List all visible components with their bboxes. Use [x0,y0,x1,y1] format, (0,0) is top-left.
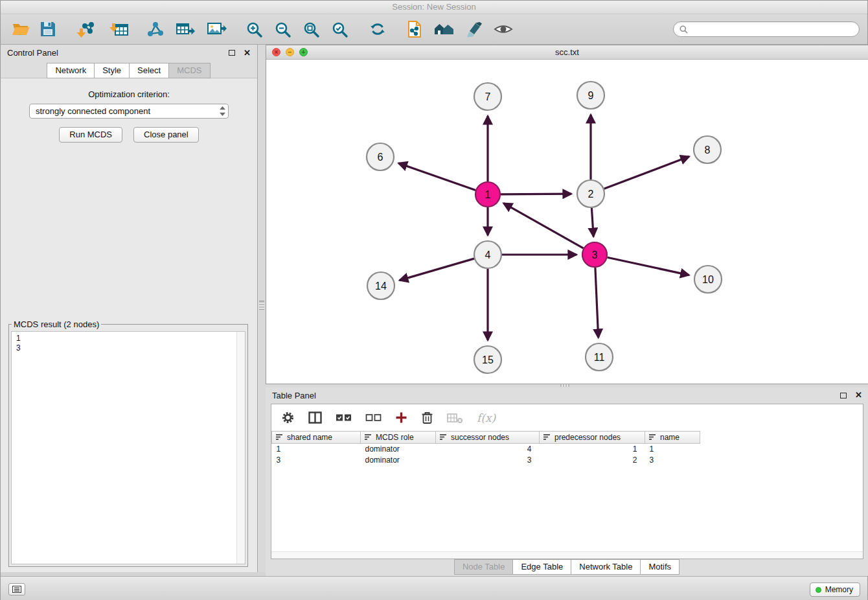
graph-node-8[interactable]: 8 [694,136,721,163]
tab-network-table[interactable]: Network Table [571,559,641,575]
delete-column-button[interactable] [421,411,433,424]
splitter-grip-icon[interactable] [560,384,569,387]
graph-edge-3-1[interactable] [503,203,583,249]
minimize-window-button[interactable]: − [286,48,294,56]
graph-edge-2-3[interactable] [591,208,593,237]
control-panel-header: Control Panel ✕ [1,45,257,61]
export-table-button[interactable] [175,20,196,38]
panel-selector-button[interactable] [8,583,25,595]
graph-node-4[interactable]: 4 [474,241,501,268]
column-header-successor-nodes[interactable]: successor nodes [436,432,540,444]
tab-style[interactable]: Style [94,63,130,78]
refresh-button[interactable] [368,20,387,38]
column-header-shared-name[interactable]: shared name [272,432,361,444]
memory-button[interactable]: Memory [810,583,860,597]
unselect-all-columns-button[interactable] [365,412,382,423]
graph-node-14[interactable]: 14 [367,272,394,299]
table-cell[interactable]: 2 [540,455,645,466]
tab-edge-table[interactable]: Edge Table [512,559,571,575]
main-toolbar [1,14,867,45]
zoom-out-button[interactable] [273,20,292,39]
toggle-visibility-button[interactable] [493,21,514,38]
close-window-button[interactable]: × [272,48,280,56]
splitter-grip-icon[interactable] [259,301,264,310]
table-horizontal-scrollbar[interactable] [271,551,863,559]
close-control-panel-icon[interactable]: ✕ [244,50,251,56]
open-file-button[interactable] [11,20,30,38]
table-cell[interactable]: dominator [361,455,436,466]
table-cell[interactable]: 3 [645,455,700,466]
import-network-button[interactable] [76,20,97,39]
table-row[interactable]: 3dominator323 [272,455,863,466]
import-table-button[interactable] [109,20,130,39]
table-cell[interactable]: dominator [361,444,436,455]
save-session-button[interactable] [39,20,57,38]
table-cell[interactable]: 3 [272,455,361,466]
search-box[interactable] [673,21,860,37]
node-table: shared nameMCDS rolesuccessor nodesprede… [271,431,863,466]
graph-node-1[interactable]: 1 [475,182,500,207]
run-mcds-button[interactable]: Run MCDS [59,127,122,143]
tab-select[interactable]: Select [129,63,169,78]
column-header-mcds-role[interactable]: MCDS role [361,432,436,444]
new-network-button[interactable] [146,20,165,38]
show-columns-button[interactable] [308,411,322,424]
tab-network[interactable]: Network [47,63,95,78]
criterion-select[interactable]: strongly connected component [29,104,229,119]
tab-motifs[interactable]: Motifs [640,559,680,575]
graph-edge-1-6[interactable] [398,163,475,190]
graph-edge-2-8[interactable] [604,157,689,189]
node-table-window: f(x) shared nameMCDS rolesuccessor nodes… [271,404,863,559]
table-cell[interactable]: 4 [436,444,540,455]
graph-node-6[interactable]: 6 [367,143,394,170]
table-cell[interactable]: 1 [645,444,700,455]
table-cell[interactable]: 1 [540,444,645,455]
graph-node-9[interactable]: 9 [577,82,604,109]
select-all-columns-button[interactable] [336,412,352,423]
delete-table-button[interactable] [447,412,463,424]
zoom-selected-button[interactable] [330,20,349,39]
close-table-panel-icon[interactable]: ✕ [855,392,862,398]
network-canvas[interactable]: 7968124314101511 [266,60,868,384]
table-cell[interactable]: 3 [436,455,540,466]
graph-edge-4-14[interactable] [400,259,474,281]
graph-node-15[interactable]: 15 [474,346,501,373]
table-settings-button[interactable] [281,411,295,424]
create-column-button[interactable] [395,411,407,424]
graph-node-3[interactable]: 3 [582,242,607,267]
mcds-panel: Optimization criterion: strongly connect… [1,78,257,572]
vertical-splitter[interactable] [258,45,266,572]
graph-edge-3-11[interactable] [595,268,599,338]
tab-mcds[interactable]: MCDS [168,63,210,78]
mcds-result-list[interactable]: 13 [11,331,246,564]
network-window-titlebar: × − + scc.txt [266,45,868,60]
zoom-fit-button[interactable] [302,20,321,39]
graph-node-2[interactable]: 2 [577,180,604,207]
plus-icon [395,411,407,424]
export-image-button[interactable] [206,20,227,38]
search-input[interactable] [691,24,853,35]
zoom-in-button[interactable] [245,20,264,39]
table-row[interactable]: 1dominator411 [272,444,863,455]
graph-node-11[interactable]: 11 [586,343,613,371]
network-window-title: scc.txt [266,47,868,57]
graph-node-7[interactable]: 7 [474,83,501,110]
function-builder-button[interactable]: f(x) [477,411,496,424]
column-header-predecessor-nodes[interactable]: predecessor nodes [540,432,645,444]
network-graph[interactable]: 7968124314101511 [266,60,868,384]
zoom-window-button[interactable]: + [299,48,308,56]
tab-node-table[interactable]: Node Table [454,559,514,575]
graph-edge-3-10[interactable] [608,257,689,275]
graph-node-10[interactable]: 10 [694,266,722,293]
duplicate-network-button[interactable] [405,19,424,39]
column-header-name[interactable]: name [645,432,700,444]
close-panel-button[interactable]: Close panel [133,127,199,143]
float-panel-icon[interactable] [229,50,235,56]
table-cell[interactable]: 1 [272,444,361,455]
memory-status-icon [816,587,821,593]
graph-edge-1-2[interactable] [501,194,571,194]
float-table-panel-icon[interactable] [840,393,847,398]
apply-style-button[interactable] [464,20,484,38]
home-view-button[interactable] [433,20,455,38]
svg-text:15: 15 [482,354,494,365]
